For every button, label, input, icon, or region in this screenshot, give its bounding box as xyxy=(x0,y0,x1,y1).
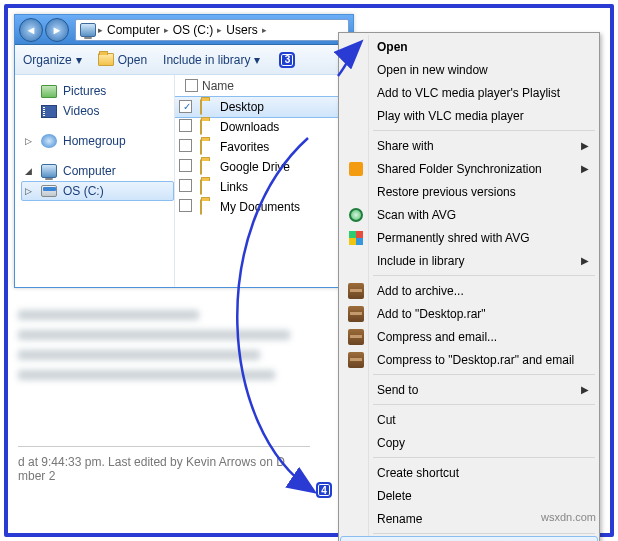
row-checkbox[interactable] xyxy=(179,119,192,132)
ctx-compress-desktop-email[interactable]: Compress to "Desktop.rar" and email xyxy=(341,348,597,371)
videos-icon xyxy=(41,103,57,119)
homegroup-icon xyxy=(41,133,57,149)
column-header[interactable]: Name xyxy=(175,75,353,97)
ctx-properties[interactable]: Properties xyxy=(341,537,597,541)
winrar-icon xyxy=(347,351,365,369)
ctx-open[interactable]: Open xyxy=(341,35,597,58)
annotation-step-4: 4 xyxy=(316,482,332,498)
chevron-right-icon: ▸ xyxy=(217,25,222,35)
file-row[interactable]: Desktop xyxy=(175,97,353,117)
file-row[interactable]: Google Drive xyxy=(175,157,353,177)
ctx-vlc-play[interactable]: Play with VLC media player xyxy=(341,104,597,127)
file-name: My Documents xyxy=(216,197,353,217)
file-name: Desktop xyxy=(216,97,353,117)
nav-homegroup[interactable]: ▷Homegroup xyxy=(21,131,174,151)
background-blurred-text xyxy=(18,300,320,390)
pictures-icon xyxy=(41,83,57,99)
ctx-copy[interactable]: Copy xyxy=(341,431,597,454)
address-bar[interactable]: ▸ Computer ▸ OS (C:) ▸ Users ▸ xyxy=(75,19,349,41)
separator xyxy=(373,533,595,534)
avg-icon xyxy=(347,229,365,247)
ctx-restore-previous[interactable]: Restore previous versions xyxy=(341,180,597,203)
file-name: Links xyxy=(216,177,353,197)
row-checkbox[interactable] xyxy=(179,100,192,113)
submenu-arrow-icon: ▶ xyxy=(581,384,589,395)
ctx-add-desktop-rar[interactable]: Add to "Desktop.rar" xyxy=(341,302,597,325)
nav-computer[interactable]: ◢Computer xyxy=(21,161,174,181)
explorer-window: ◄ ► ▸ Computer ▸ OS (C:) ▸ Users ▸ Organ… xyxy=(14,14,354,288)
file-name: Google Drive xyxy=(216,157,353,177)
row-checkbox[interactable] xyxy=(179,179,192,192)
folder-icon xyxy=(200,99,202,115)
file-row[interactable]: Links xyxy=(175,177,353,197)
separator xyxy=(373,130,595,131)
ctx-add-archive[interactable]: Add to archive... xyxy=(341,279,597,302)
computer-icon xyxy=(80,22,96,38)
submenu-arrow-icon: ▶ xyxy=(581,163,589,174)
watermark: wsxdn.com xyxy=(541,511,596,523)
ctx-delete[interactable]: Delete xyxy=(341,484,597,507)
chevron-right-icon: ▸ xyxy=(262,25,267,35)
avg-icon xyxy=(347,206,365,224)
file-table: DesktopDownloadsFavoritesGoogle DriveLin… xyxy=(175,97,353,217)
include-library-button[interactable]: Include in library ▾ xyxy=(163,53,260,67)
breadcrumb-users[interactable]: Users xyxy=(224,20,259,40)
folder-icon xyxy=(200,159,202,175)
winrar-icon xyxy=(347,305,365,323)
context-menu: Open Open in new window Add to VLC media… xyxy=(338,32,600,541)
ctx-shared-folder-sync[interactable]: Shared Folder Synchronization▶ xyxy=(341,157,597,180)
chevron-right-icon: ▸ xyxy=(98,25,103,35)
ctx-send-to[interactable]: Send to▶ xyxy=(341,378,597,401)
nav-videos[interactable]: Videos xyxy=(21,101,174,121)
computer-icon xyxy=(41,163,57,179)
select-all-checkbox[interactable] xyxy=(185,79,198,92)
separator xyxy=(373,457,595,458)
nav-pictures[interactable]: Pictures xyxy=(21,81,174,101)
navigation-pane[interactable]: Pictures Videos ▷Homegroup ◢Computer ▷OS… xyxy=(15,75,175,287)
ctx-create-shortcut[interactable]: Create shortcut xyxy=(341,461,597,484)
annotation-step-3: 3 xyxy=(279,52,295,68)
drive-icon xyxy=(41,183,57,199)
folder-icon xyxy=(200,179,202,195)
ctx-compress-email[interactable]: Compress and email... xyxy=(341,325,597,348)
ctx-open-new-window[interactable]: Open in new window xyxy=(341,58,597,81)
ctx-cut[interactable]: Cut xyxy=(341,408,597,431)
file-name: Downloads xyxy=(216,117,353,137)
winrar-icon xyxy=(347,328,365,346)
folder-icon xyxy=(200,199,202,215)
column-name[interactable]: Name xyxy=(202,79,234,93)
file-row[interactable]: Favorites xyxy=(175,137,353,157)
file-name: Favorites xyxy=(216,137,353,157)
nav-drive-os-c[interactable]: ▷OS (C:) xyxy=(21,181,174,201)
file-row[interactable]: My Documents xyxy=(175,197,353,217)
ctx-share-with[interactable]: Share with▶ xyxy=(341,134,597,157)
folder-icon xyxy=(200,119,202,135)
ctx-shred-avg[interactable]: Permanently shred with AVG xyxy=(341,226,597,249)
file-row[interactable]: Downloads xyxy=(175,117,353,137)
file-list-pane[interactable]: Name DesktopDownloadsFavoritesGoogle Dri… xyxy=(175,75,353,287)
separator xyxy=(373,404,595,405)
nav-fwd-button[interactable]: ► xyxy=(45,18,69,42)
ctx-scan-avg[interactable]: Scan with AVG xyxy=(341,203,597,226)
chevron-right-icon: ▸ xyxy=(164,25,169,35)
organize-button[interactable]: Organize ▾ xyxy=(23,53,82,67)
explorer-titlebar: ◄ ► ▸ Computer ▸ OS (C:) ▸ Users ▸ xyxy=(15,15,353,45)
folder-icon xyxy=(200,139,202,155)
winrar-icon xyxy=(347,282,365,300)
ctx-include-library[interactable]: Include in library▶ xyxy=(341,249,597,272)
separator xyxy=(373,374,595,375)
row-checkbox[interactable] xyxy=(179,159,192,172)
row-checkbox[interactable] xyxy=(179,199,192,212)
ctx-vlc-add[interactable]: Add to VLC media player's Playlist xyxy=(341,81,597,104)
article-caption: d at 9:44:33 pm. Last edited by Kevin Ar… xyxy=(18,446,310,483)
breadcrumb-drive[interactable]: OS (C:) xyxy=(171,20,216,40)
explorer-toolbar: Organize ▾ Open Include in library ▾ 3 xyxy=(15,45,353,75)
row-checkbox[interactable] xyxy=(179,139,192,152)
submenu-arrow-icon: ▶ xyxy=(581,255,589,266)
breadcrumb-computer[interactable]: Computer xyxy=(105,20,162,40)
screenshot-frame: ◄ ► ▸ Computer ▸ OS (C:) ▸ Users ▸ Organ… xyxy=(4,4,614,537)
sync-icon xyxy=(347,160,365,178)
submenu-arrow-icon: ▶ xyxy=(581,140,589,151)
open-button[interactable]: Open xyxy=(98,53,147,67)
nav-back-button[interactable]: ◄ xyxy=(19,18,43,42)
